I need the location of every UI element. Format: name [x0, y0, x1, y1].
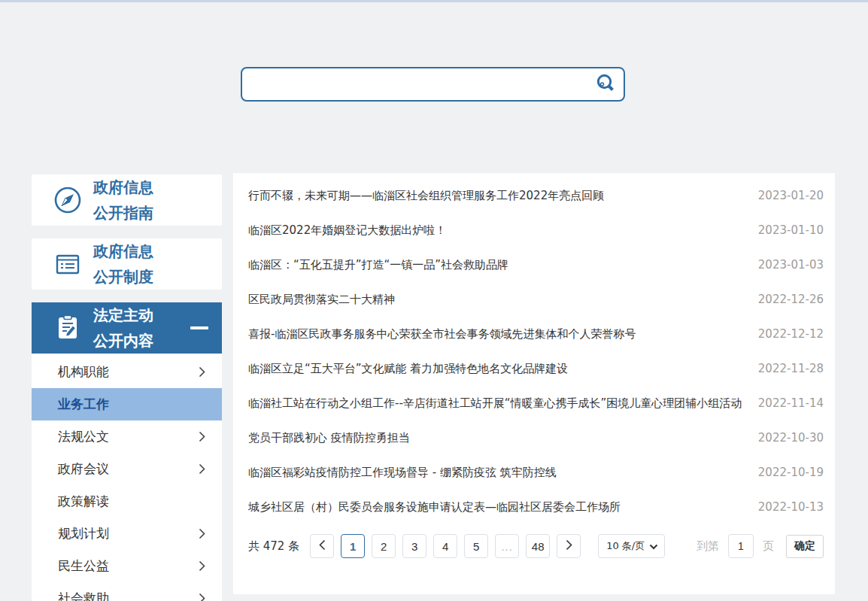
list-item: 临淄社工站在行动之小组工作--辛店街道社工站开展“情暖童心携手成长”困境儿童心理…: [248, 386, 824, 420]
list-item: 临淄区福彩站疫情防控工作现场督导 - 绷紧防疫弦 筑牢防控线 2022-10-1…: [248, 455, 824, 490]
chevron-right-icon: [199, 463, 205, 475]
clipboard-pen-icon: [53, 313, 83, 343]
article-date: 2022-10-13: [751, 500, 824, 514]
list-item: 区民政局贯彻落实二十大精神 2022-12-26: [248, 282, 824, 317]
article-link[interactable]: 党员干部践初心 疫情防控勇担当: [248, 420, 410, 455]
minus-icon[interactable]: [190, 326, 208, 329]
article-link[interactable]: 区民政局贯彻落实二十大精神: [248, 282, 395, 317]
sidebar-submenu: 机构职能 业务工作 法规公文 政府会议 政策解读 规划计划 民生: [32, 354, 222, 601]
sidebar-item-label: 政府信息 公开指南: [93, 175, 153, 226]
page-button-5[interactable]: 5: [464, 534, 488, 558]
next-page-button[interactable]: [557, 534, 581, 558]
sidebar-item-agency-functions[interactable]: 机构职能: [32, 356, 222, 388]
prev-page-button[interactable]: [310, 534, 334, 558]
article-date: 2023-01-03: [751, 258, 824, 272]
list-item: 行而不辍，未来可期——临淄区社会组织管理服务工作2022年亮点回顾 2023-0…: [248, 178, 824, 213]
search-input[interactable]: [241, 67, 625, 102]
sidebar-item-policy-interpretation[interactable]: 政策解读: [32, 485, 222, 518]
chevron-left-icon: [319, 539, 326, 553]
menu-item-label: 规划计划: [58, 525, 109, 542]
sidebar-item-gov-info-system[interactable]: 政府信息 公开制度: [32, 238, 222, 290]
chevron-right-icon: [199, 528, 205, 539]
list-item: 党员干部践初心 疫情防控勇担当 2022-10-30: [248, 420, 824, 455]
magnifier-icon: [594, 72, 617, 97]
page: 政府信息 公开指南 政府信息 公开制度: [0, 0, 868, 601]
menu-item-label: 政府会议: [58, 460, 109, 478]
article-list-panel: 行而不辍，未来可期——临淄区社会组织管理服务工作2022年亮点回顾 2023-0…: [233, 173, 835, 594]
sidebar-item-gov-info-guide[interactable]: 政府信息 公开指南: [32, 175, 222, 226]
menu-item-label: 民生公益: [58, 557, 109, 575]
sidebar-item-label: 法定主动 公开内容: [93, 302, 153, 354]
chevron-right-icon: [199, 560, 205, 572]
menu-item-label: 社会救助: [58, 590, 109, 601]
article-date: 2022-11-14: [751, 396, 824, 410]
goto-prefix-label: 到第: [697, 539, 719, 554]
list-item: 城乡社区居（村）民委员会服务设施申请认定表—临园社区居委会工作场所 2022-1…: [248, 490, 824, 524]
search-button[interactable]: [590, 70, 621, 99]
goto-suffix-label: 页: [763, 539, 774, 554]
article-link[interactable]: 临淄区2022年婚姻登记大数据出炉啦！: [248, 213, 446, 247]
compass-icon: [53, 185, 83, 215]
goto-page-input[interactable]: [728, 534, 754, 558]
sidebar-item-planning[interactable]: 规划计划: [32, 518, 222, 550]
article-link[interactable]: 行而不辍，未来可期——临淄区社会组织管理服务工作2022年亮点回顾: [248, 178, 604, 213]
sidebar-item-regulations[interactable]: 法规公文: [32, 420, 222, 453]
label-line1: 政府信息: [93, 175, 153, 200]
label-line1: 法定主动: [93, 302, 153, 328]
sidebar: 政府信息 公开指南 政府信息 公开制度: [32, 175, 222, 601]
page-size-select[interactable]: 10 条/页: [598, 534, 665, 558]
goto-page-group: 到第 页 确定: [697, 534, 824, 558]
article-date: 2022-12-12: [751, 327, 824, 341]
sidebar-item-gov-meetings[interactable]: 政府会议: [32, 453, 222, 485]
search-bar: [241, 67, 625, 102]
article-link[interactable]: 临淄区立足“五大平台”文化赋能 着力加强特色地名文化品牌建设: [248, 351, 568, 386]
chevron-down-icon: [645, 541, 658, 552]
sidebar-item-public-welfare[interactable]: 民生公益: [32, 550, 222, 582]
menu-item-label: 机构职能: [58, 363, 109, 381]
sidebar-item-label: 政府信息 公开制度: [93, 238, 153, 290]
total-count: 共 472 条: [248, 539, 299, 554]
list-item: 临淄区2022年婚姻登记大数据出炉啦！ 2023-01-10: [248, 213, 824, 247]
article-link[interactable]: 临淄区：“五化五提升”打造“一镇一品”社会救助品牌: [248, 247, 508, 282]
article-date: 2023-01-20: [751, 189, 824, 202]
sidebar-item-statutory-disclosure[interactable]: 法定主动 公开内容: [32, 302, 222, 354]
page-button-4[interactable]: 4: [433, 534, 457, 558]
page-button-2[interactable]: 2: [372, 534, 396, 558]
article-link[interactable]: 城乡社区居（村）民委员会服务设施申请认定表—临园社区居委会工作场所: [248, 490, 621, 524]
article-date: 2022-10-30: [751, 431, 824, 445]
top-accent-band: [0, 0, 868, 2]
menu-item-label: 业务工作: [58, 396, 109, 413]
chevron-right-icon: [199, 593, 205, 601]
sidebar-item-social-assistance[interactable]: 社会救助: [32, 582, 222, 601]
list-item: 临淄区立足“五大平台”文化赋能 着力加强特色地名文化品牌建设 2022-11-2…: [248, 351, 824, 386]
pagination: 共 472 条 1 2 3 4 5 ... 48 10 条/页 到第 页 确定: [248, 530, 824, 562]
label-line2: 公开指南: [93, 200, 153, 226]
article-date: 2022-12-26: [751, 293, 824, 306]
label-line2: 公开内容: [93, 328, 153, 354]
page-size-label: 10 条/页: [606, 539, 645, 553]
confirm-button[interactable]: 确定: [786, 535, 824, 558]
article-date: 2023-01-10: [751, 223, 824, 237]
document-icon: [53, 249, 83, 279]
list-item: 临淄区：“五化五提升”打造“一镇一品”社会救助品牌 2023-01-03: [248, 247, 824, 282]
page-button-48[interactable]: 48: [526, 534, 550, 558]
list-item: 喜报-临淄区民政事务服务中心荣获全市社会事务领域先进集体和个人荣誉称号 2022…: [248, 317, 824, 351]
article-date: 2022-10-19: [751, 466, 824, 479]
article-link[interactable]: 临淄区福彩站疫情防控工作现场督导 - 绷紧防疫弦 筑牢防控线: [248, 455, 557, 490]
article-date: 2022-11-28: [751, 362, 824, 375]
chevron-right-icon: [199, 431, 205, 442]
page-button-3[interactable]: 3: [402, 534, 426, 558]
label-line2: 公开制度: [93, 264, 153, 290]
article-link[interactable]: 临淄社工站在行动之小组工作--辛店街道社工站开展“情暖童心携手成长”困境儿童心理…: [248, 386, 742, 420]
chevron-right-icon: [199, 366, 205, 378]
label-line1: 政府信息: [93, 238, 153, 264]
page-ellipsis-button[interactable]: ...: [495, 534, 519, 558]
chevron-right-icon: [566, 539, 572, 553]
article-link[interactable]: 喜报-临淄区民政事务服务中心荣获全市社会事务领域先进集体和个人荣誉称号: [248, 317, 636, 351]
menu-item-label: 法规公文: [58, 428, 109, 445]
menu-item-label: 政策解读: [58, 493, 109, 510]
page-button-1[interactable]: 1: [341, 534, 365, 558]
sidebar-item-business-work[interactable]: 业务工作: [32, 388, 222, 420]
